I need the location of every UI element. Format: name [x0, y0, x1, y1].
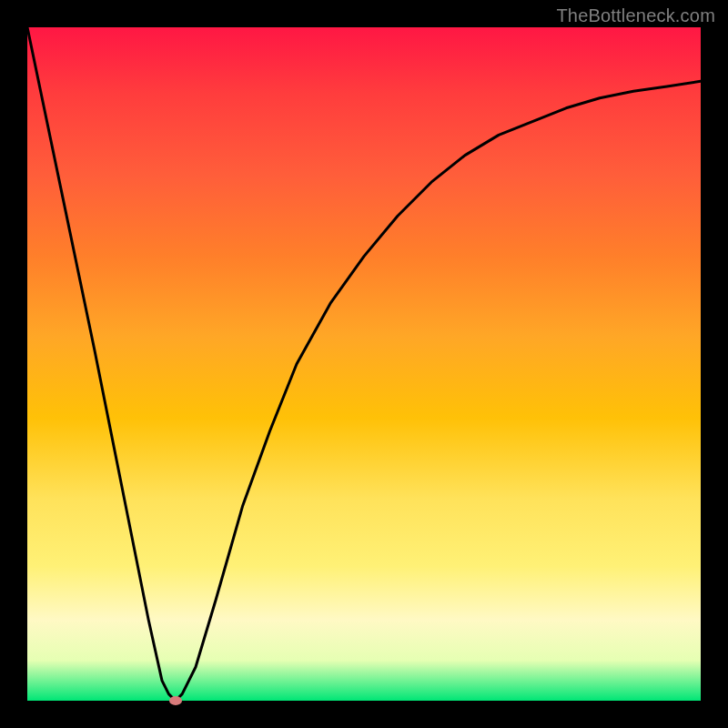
- plot-area: [27, 27, 701, 701]
- watermark-text: TheBottleneck.com: [556, 5, 715, 26]
- chart-frame: TheBottleneck.com: [0, 0, 728, 728]
- bottleneck-curve: [27, 27, 701, 701]
- optimum-marker: [169, 696, 182, 705]
